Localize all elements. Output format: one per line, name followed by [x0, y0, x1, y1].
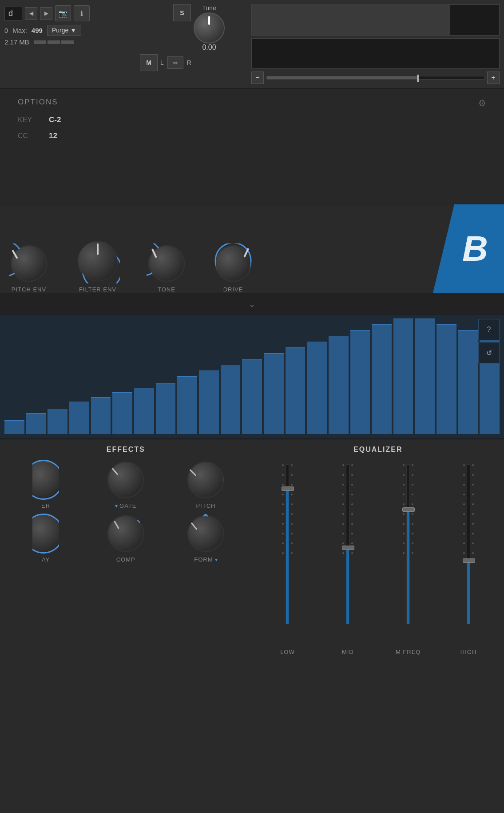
pattern-bar — [350, 330, 370, 434]
prev-btn[interactable]: ◀ — [25, 7, 37, 20]
tune-label: Tune — [202, 4, 216, 12]
pattern-question-btn[interactable]: ? — [478, 319, 500, 340]
effects-panel: EFFECTS ER ▾ — [0, 439, 252, 688]
key-row: KEY C-2 — [18, 116, 486, 124]
pattern-reset-btn[interactable]: ↺ — [478, 342, 500, 363]
synth-knobs-row: PITCH ENV FILTER ENV — [9, 239, 495, 293]
er-label: ER — [41, 502, 50, 509]
info-icon[interactable]: ℹ — [74, 5, 90, 21]
er-knob-partial[interactable] — [32, 460, 59, 500]
pattern-sidebar: ? ↺ — [478, 319, 500, 363]
lr-row: L ⇔ R — [160, 54, 258, 71]
pattern-bar — [458, 330, 478, 434]
s-button[interactable]: S — [173, 4, 191, 21]
eq-channel-label: M FREQ — [396, 649, 421, 655]
camera-icon[interactable]: 📷 — [55, 5, 71, 21]
tune-area: Tune 0.00 — [194, 4, 225, 52]
effects-grid: ER ▾ GATE — [6, 460, 246, 563]
filter-env-knob[interactable] — [75, 239, 120, 283]
pitch-label: PITCH — [196, 502, 215, 509]
expand-bar[interactable]: ⌄ — [0, 293, 504, 315]
key-label: KEY — [18, 116, 40, 124]
pattern-bar — [199, 371, 219, 434]
pattern-bar — [156, 383, 176, 434]
gate-knob[interactable] — [106, 460, 146, 500]
eq-dots — [291, 464, 293, 645]
center-channel-btn[interactable]: ⇔ — [167, 56, 183, 69]
volume-display — [251, 4, 500, 36]
m-row: M L ⇔ R — [140, 54, 258, 71]
comp-label: COMP — [116, 556, 135, 563]
meter-bar-2 — [48, 40, 60, 44]
drive-wrap: DRIVE — [213, 243, 253, 293]
drive-knob[interactable] — [213, 243, 253, 283]
fader-thumb[interactable] — [342, 546, 354, 550]
top-right: − + — [251, 4, 500, 84]
pitch-env-label: PITCH ENV — [12, 286, 46, 293]
ay-knob-partial[interactable] — [32, 514, 59, 554]
gate-dropdown-icon[interactable]: ▾ — [115, 503, 118, 509]
fader-track — [286, 464, 289, 624]
pitch-env-knob[interactable] — [9, 243, 49, 283]
gate-wrap: ▾ GATE — [88, 460, 163, 509]
vol-slider[interactable] — [266, 76, 484, 80]
vol-fader — [251, 38, 500, 69]
minus-button[interactable]: − — [251, 72, 264, 84]
cc-row: CC 12 — [18, 132, 486, 140]
equalizer-panel: EQUALIZER — [252, 439, 504, 688]
pattern-bar — [264, 353, 284, 434]
max-label: Max: — [12, 27, 27, 34]
pattern-bar — [372, 324, 392, 434]
vol-slider-fill — [267, 76, 419, 79]
pattern-bar — [26, 413, 46, 434]
comp-knob[interactable] — [106, 514, 146, 554]
b-panel[interactable]: B — [433, 204, 504, 293]
tone-label: TONE — [158, 286, 175, 293]
chevron-down-icon: ⌄ — [248, 299, 256, 309]
eq-dots — [342, 464, 344, 645]
eq-dots — [412, 464, 413, 645]
form-dropdown-icon[interactable]: ▾ — [215, 557, 218, 563]
eq-faders: LOW — [258, 460, 498, 655]
fader-fill — [467, 560, 470, 624]
form-knob[interactable] — [186, 514, 226, 554]
top-left: d ◀ ▶ 📷 ℹ 0 Max: 499 Purge ▼ 2.17 MB — [4, 4, 147, 84]
tone-wrap: TONE — [147, 243, 187, 293]
pattern-bar — [4, 420, 24, 434]
fader-fill — [286, 488, 289, 624]
pattern-bar — [307, 342, 327, 434]
eq-channel-m freq: M FREQ — [379, 464, 437, 655]
gate-label: GATE — [119, 502, 136, 509]
preset-name[interactable]: d — [4, 7, 22, 20]
eq-channel-label: MID — [342, 649, 354, 655]
gear-icon[interactable]: ⚙ — [478, 98, 486, 108]
tune-knob[interactable] — [194, 12, 225, 44]
options-title: OPTIONS — [18, 98, 486, 107]
fader-fill — [407, 509, 409, 624]
vol-thumb[interactable] — [417, 75, 419, 82]
pitch-knob[interactable] — [186, 460, 226, 500]
volume-bar — [252, 5, 450, 35]
next-btn[interactable]: ▶ — [40, 7, 52, 20]
fader-thumb[interactable] — [402, 507, 415, 512]
ay-wrap: AY — [8, 514, 83, 563]
purge-button[interactable]: Purge ▼ — [47, 25, 81, 36]
pattern-bar — [48, 409, 67, 434]
drive-label: DRIVE — [223, 286, 243, 293]
memory-row: 2.17 MB — [4, 38, 147, 46]
meter-bar-1 — [34, 40, 46, 44]
tone-knob[interactable] — [147, 243, 187, 283]
form-wrap: FORM ▾ — [168, 514, 243, 563]
plus-button[interactable]: + — [487, 72, 500, 84]
eq-dots — [282, 464, 284, 645]
filter-env-wrap: FILTER ENV — [75, 239, 120, 293]
er-wrap: ER — [8, 460, 83, 509]
equalizer-title: EQUALIZER — [258, 446, 498, 454]
meter-bar-3 — [61, 40, 74, 44]
eq-dots — [403, 464, 405, 645]
fader-thumb[interactable] — [463, 558, 475, 563]
m-button[interactable]: M — [140, 54, 158, 71]
eq-channel-mid: MID — [318, 464, 377, 655]
bottom-section: EFFECTS ER ▾ — [0, 439, 504, 688]
fader-thumb[interactable] — [282, 486, 294, 491]
